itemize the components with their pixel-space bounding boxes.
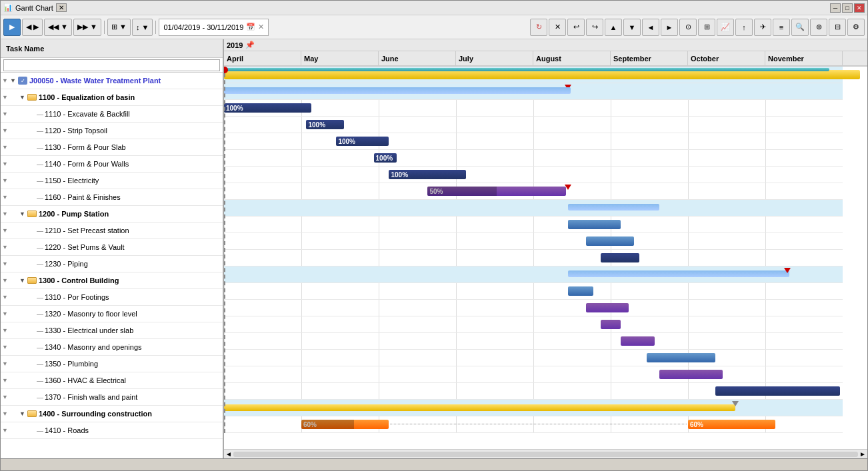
table-button[interactable]: ⊞ (698, 19, 715, 36)
gantt-bar[interactable]: 50% (427, 187, 565, 196)
task-row[interactable]: ▼▼1200 - Pump Station (1, 206, 223, 223)
minimize-button[interactable]: ─ (830, 3, 841, 13)
calendar-icon[interactable]: 📅 (246, 23, 255, 31)
clear-date-icon[interactable]: ✕ (258, 23, 264, 31)
gantt-group-bar-1200[interactable] (568, 204, 659, 211)
task-row[interactable]: ▼—1140 - Form & Pour Walls (1, 156, 223, 173)
task-row[interactable]: ▼—1360 - HVAC & Electrical (1, 372, 223, 389)
expand-icon[interactable]: ▼ (19, 94, 27, 101)
expand-icon[interactable]: ▼ (19, 410, 27, 417)
filter-icon[interactable]: ▼ (2, 161, 10, 167)
date-range-input[interactable]: 01/04/2019 - 30/11/2019 📅 ✕ (159, 19, 269, 36)
list-button[interactable]: ≡ (773, 19, 790, 36)
nav-forward-button[interactable]: ▶▶ ▼ (73, 19, 101, 36)
filter-icon[interactable]: ▼ (2, 227, 10, 234)
filter-icon[interactable]: ▼ (2, 244, 10, 250)
zoom-selector[interactable]: ↕ ▼ (132, 19, 153, 36)
gantt-bar[interactable]: 100% (336, 137, 389, 146)
cancel-button[interactable]: ✕ (549, 19, 566, 36)
expand-icon[interactable]: ▼ (10, 77, 18, 84)
gantt-group-bar-1300[interactable] (568, 270, 789, 277)
gantt-bar-1400-yellow[interactable] (224, 404, 735, 411)
task-row[interactable]: ▼—1350 - Plumbing (1, 356, 223, 372)
filter-icon[interactable]: ▼ (2, 260, 10, 267)
scroll-right-icon[interactable]: ► (859, 450, 866, 458)
filter-icon[interactable]: ▼ (2, 377, 10, 384)
task-row[interactable]: ▼—1340 - Masonry and openings (1, 339, 223, 356)
task-row[interactable]: ▼—1410 - Roads (1, 422, 223, 439)
gantt-scrollbar-h[interactable]: ◄ ► (224, 449, 867, 458)
gantt-bar[interactable]: 60% (301, 420, 389, 429)
task-row[interactable]: ▼▼1100 - Equalization of basin (1, 89, 223, 106)
add-button[interactable]: ⊕ (810, 19, 827, 36)
task-row[interactable]: ▼—1320 - Masonry to floor level (1, 306, 223, 322)
filter-icon[interactable]: ▼ (2, 427, 10, 434)
nav-back-button[interactable]: ◀◀ ▼ (44, 19, 72, 36)
gantt-bar[interactable] (586, 236, 634, 246)
task-row[interactable]: ▼—1110 - Excavate & Backfill (1, 106, 223, 123)
task-row[interactable]: ▼—1120 - Strip Topsoil (1, 123, 223, 139)
filter-icon[interactable]: ▼ (2, 77, 10, 84)
remove-button[interactable]: ⊟ (829, 19, 846, 36)
task-row[interactable]: ▼—1160 - Paint & Finishes (1, 189, 223, 206)
title-tab-close[interactable]: ✕ (56, 3, 67, 12)
gantt-bar[interactable]: 100% (224, 103, 311, 113)
go-button[interactable]: ▶ (3, 19, 21, 36)
filter-icon[interactable]: ▼ (2, 277, 10, 284)
filter-icon[interactable]: ▼ (2, 127, 10, 134)
gantt-bar[interactable]: 100% (389, 170, 466, 179)
task-row[interactable]: ▼—1330 - Electrical under slab (1, 322, 223, 339)
task-row[interactable]: ▼▼1400 - Surrounding construction (1, 406, 223, 422)
filter-icon[interactable]: ▼ (2, 327, 10, 334)
gantt-bar[interactable] (601, 253, 639, 262)
link-button[interactable]: ⊙ (679, 19, 697, 36)
settings-button[interactable]: ⚙ (847, 19, 865, 36)
task-row[interactable]: ▼▼✓J00050 - Waste Water Treatment Plant (1, 73, 223, 89)
filter-icon[interactable]: ▼ (2, 94, 10, 101)
redo-button[interactable]: ↪ (586, 19, 603, 36)
chart-button[interactable]: 📈 (717, 19, 734, 36)
task-row[interactable]: ▼▼1300 - Control Building (1, 272, 223, 289)
close-button[interactable]: ✕ (854, 3, 865, 13)
filter-icon[interactable]: ▼ (2, 310, 10, 317)
filter-icon[interactable]: ▼ (2, 211, 10, 217)
undo-button[interactable]: ↩ (567, 19, 585, 36)
gantt-bar[interactable] (621, 336, 654, 346)
filter-icon[interactable]: ▼ (2, 294, 10, 300)
gantt-bar-summary[interactable] (224, 68, 829, 71)
horizontal-scrollbar[interactable] (233, 452, 858, 457)
gantt-bar[interactable] (659, 370, 723, 379)
gantt-bar[interactable] (568, 220, 621, 229)
gantt-bar[interactable]: 100% (306, 120, 343, 129)
filter-icon[interactable]: ▼ (2, 177, 10, 184)
gantt-bar[interactable] (224, 70, 860, 79)
gantt-bar[interactable] (715, 386, 840, 396)
up-button[interactable]: ↑ (735, 19, 753, 36)
expand-icon[interactable]: ▼ (19, 277, 27, 284)
move-down-button[interactable]: ▼ (623, 19, 641, 36)
task-row[interactable]: ▼—1370 - Finish walls and paint (1, 389, 223, 406)
task-row[interactable]: ▼—1230 - Piping (1, 256, 223, 272)
task-row[interactable]: ▼—1130 - Form & Pour Slab (1, 139, 223, 156)
task-row[interactable]: ▼—1220 - Set Pums & Vault (1, 239, 223, 256)
filter-icon[interactable]: ▼ (2, 394, 10, 400)
task-row[interactable]: ▼—1310 - Por Footings (1, 289, 223, 306)
gantt-bar[interactable] (601, 320, 621, 329)
nav-prev-button[interactable]: ◀ ▶ (22, 19, 43, 36)
target-button[interactable]: ✈ (754, 19, 771, 36)
filter-icon[interactable]: ▼ (2, 194, 10, 201)
filter-icon[interactable]: ▼ (2, 360, 10, 367)
filter-icon[interactable]: ▼ (2, 111, 10, 117)
filter-icon[interactable]: ▼ (2, 344, 10, 350)
move-up-button[interactable]: ▲ (605, 19, 622, 36)
gantt-group-bar[interactable] (224, 87, 571, 94)
move-right-button[interactable]: ► (661, 19, 678, 36)
scroll-left-icon[interactable]: ◄ (225, 450, 232, 458)
gantt-bar[interactable]: 100% (374, 153, 397, 163)
task-row[interactable]: ▼—1150 - Electricity (1, 173, 223, 189)
filter-icon[interactable]: ▼ (2, 410, 10, 417)
expand-icon[interactable]: ▼ (19, 211, 27, 217)
filter-icon[interactable]: ▼ (2, 144, 10, 151)
view-selector[interactable]: ⊞ ▼ (107, 19, 131, 36)
task-row[interactable]: ▼—1210 - Set Precast station (1, 223, 223, 239)
